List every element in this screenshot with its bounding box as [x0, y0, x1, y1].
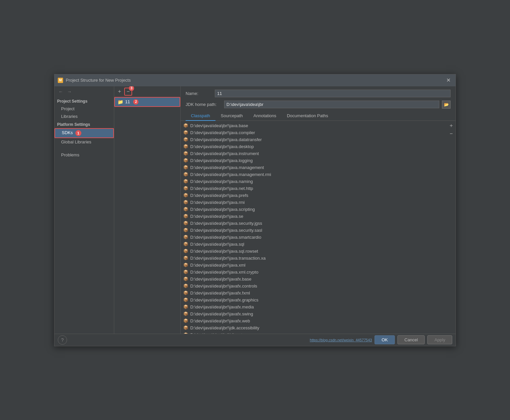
classpath-list-item[interactable]: 📦D:\dev\java\idea\jbr!\java.sql.rowset [181, 248, 447, 255]
classpath-list-item[interactable]: 📦D:\dev\java\idea\jbr!\java.net.http [181, 185, 447, 192]
jar-icon: 📦 [183, 270, 188, 274]
classpath-list-item[interactable]: 📦D:\dev\java\idea\jbr!\javafx.base [181, 276, 447, 283]
classpath-list-item[interactable]: 📦D:\dev\java\idea\jbr!\java.logging [181, 157, 447, 164]
jar-icon: 📦 [183, 221, 188, 225]
forward-button[interactable]: → [66, 88, 73, 95]
sidebar-item-project[interactable]: Project [54, 105, 114, 113]
bottom-bar: ? https://blog.csdn.net/weixin_44577543 … [54, 334, 456, 346]
name-row: Name: [181, 86, 456, 99]
jar-icon: 📦 [183, 256, 188, 260]
browse-icon: 📂 [444, 102, 449, 107]
tab-classpath[interactable]: Classpath [186, 111, 215, 121]
classpath-list-item[interactable]: 📦D:\dev\java\idea\jbr!\java.management.r… [181, 171, 447, 178]
tab-annotations[interactable]: Annotations [248, 111, 282, 121]
classpath-list-item[interactable]: 📦D:\dev\java\idea\jbr!\javafx.swing [181, 310, 447, 317]
sdk-item-label: 11 [125, 99, 130, 104]
jar-icon: 📦 [183, 123, 188, 128]
jar-icon: 📦 [183, 172, 188, 177]
jdk-row: JDK home path: 📂 [181, 99, 456, 111]
classpath-list-item[interactable]: 📦D:\dev\java\idea\jbr!\java.xml.crypto [181, 269, 447, 276]
classpath-list-item[interactable]: 📦D:\dev\java\idea\jbr!\javafx.controls [181, 283, 447, 290]
sidebar-item-problems[interactable]: Problems [54, 151, 114, 159]
back-button[interactable]: ← [57, 88, 64, 95]
jar-icon: 📦 [183, 137, 188, 142]
sidebar: ← → Project Settings Project Libraries P… [54, 86, 114, 334]
jar-icon: 📦 [183, 207, 188, 211]
classpath-remove-button[interactable]: − [448, 130, 455, 137]
jar-icon: 📦 [183, 144, 188, 149]
classpath-list-item[interactable]: 📦D:\dev\java\idea\jbr!\javafx.graphics [181, 296, 447, 303]
jdk-path-input[interactable] [224, 101, 439, 108]
jar-icon: 📦 [183, 200, 188, 205]
classpath-list-item[interactable]: 📦D:\dev\java\idea\jbr!\java.rmi [181, 199, 447, 206]
classpath-list-item[interactable]: 📦D:\dev\java\idea\jbr!\java.base [181, 122, 447, 129]
name-input[interactable] [215, 90, 451, 97]
add-icon: ＋ [117, 88, 122, 95]
classpath-list-item[interactable]: 📦D:\dev\java\idea\jbr!\java.compiler [181, 129, 447, 136]
jar-icon: 📦 [183, 151, 188, 156]
jar-icon: 📦 [183, 332, 188, 334]
classpath-list-item[interactable]: 📦D:\dev\java\idea\jbr!\java.prefs [181, 192, 447, 199]
classpath-list-item[interactable]: 📦D:\dev\java\idea\jbr!\java.security.sas… [181, 227, 447, 234]
classpath-list-item[interactable]: 📦D:\dev\java\idea\jbr!\jdk.accessibility [181, 324, 447, 331]
jar-icon: 📦 [183, 235, 188, 239]
help-button[interactable]: ? [58, 335, 67, 345]
platform-settings-header: Platform Settings [54, 120, 114, 128]
classpath-list-item[interactable]: 📦D:\dev\java\idea\jbr!\java.xml [181, 262, 447, 269]
ok-button[interactable]: OK [375, 335, 395, 344]
jar-icon: 📦 [183, 158, 188, 163]
close-button[interactable]: ✕ [444, 76, 452, 84]
classpath-list-item[interactable]: 📦D:\dev\java\idea\jbr!\java.transaction.… [181, 255, 447, 262]
sdk-item-badge: 2 [133, 99, 138, 105]
classpath-list-item[interactable]: 📦D:\dev\java\idea\jbr!\javafx.web [181, 317, 447, 324]
jar-icon: 📦 [183, 193, 188, 198]
sdks-badge: 1 [75, 130, 81, 136]
app-icon: M [58, 78, 63, 83]
jar-icon: 📦 [183, 277, 188, 281]
nav-arrows: ← → [54, 86, 114, 97]
add-sdk-button[interactable]: ＋ [116, 88, 124, 96]
jar-icon: 📦 [183, 249, 188, 253]
status-url[interactable]: https://blog.csdn.net/weixin_44577543 [310, 338, 372, 342]
jar-icon: 📦 [183, 263, 188, 267]
jar-icon: 📦 [183, 179, 188, 184]
main-content: Name: JDK home path: 📂 Classpath Sourcep… [181, 86, 456, 334]
sidebar-item-sdks[interactable]: SDKs 1 [54, 128, 114, 138]
classpath-list-item[interactable]: 📦D:\dev\java\idea\jbr!\javafx.fxml [181, 290, 447, 296]
question-icon: ? [61, 337, 64, 343]
classpath-list-item[interactable]: 📦D:\dev\java\idea\jbr!\java.datatransfer [181, 136, 447, 143]
sdk-item-11[interactable]: 📁 11 2 [114, 97, 180, 107]
tab-sourcepath[interactable]: Sourcepath [215, 111, 248, 121]
classpath-list-item[interactable]: 📦D:\dev\java\idea\jbr!\java.scripting [181, 206, 447, 213]
tab-documentation-paths[interactable]: Documentation Paths [282, 111, 333, 121]
classpath-list[interactable]: 📦D:\dev\java\idea\jbr!\java.base📦D:\dev\… [181, 121, 447, 334]
classpath-list-item[interactable]: 📦D:\dev\java\idea\jbr!\java.management [181, 164, 447, 171]
jdk-label: JDK home path: [186, 102, 221, 107]
classpath-list-item[interactable]: 📦D:\dev\java\idea\jbr!\java.instrument [181, 150, 447, 157]
sdk-list-panel: ＋ − 3 📁 11 2 [114, 86, 181, 334]
jar-icon: 📦 [183, 242, 188, 246]
classpath-add-button[interactable]: ＋ [448, 122, 455, 129]
classpath-list-item[interactable]: 📦D:\dev\java\idea\jbr!\java.sql [181, 241, 447, 248]
classpath-list-item[interactable]: 📦D:\dev\java\idea\jbr!\java.security.jgs… [181, 220, 447, 227]
jar-icon: 📦 [183, 214, 188, 218]
apply-button[interactable]: Apply [427, 335, 452, 344]
jdk-browse-button[interactable]: 📂 [442, 101, 451, 109]
jar-icon: 📦 [183, 297, 188, 302]
jar-icon: 📦 [183, 165, 188, 170]
sidebar-item-libraries[interactable]: Libraries [54, 113, 114, 120]
project-settings-header: Project Settings [54, 97, 114, 105]
classpath-list-item[interactable]: 📦D:\dev\java\idea\jbr!\java.se [181, 213, 447, 220]
name-label: Name: [186, 91, 212, 96]
classpath-list-item[interactable]: 📦D:\dev\java\idea\jbr!\java.naming [181, 178, 447, 185]
jar-icon: 📦 [183, 291, 188, 295]
jar-icon: 📦 [183, 228, 188, 232]
cancel-button[interactable]: Cancel [397, 335, 425, 344]
classpath-list-item[interactable]: 📦D:\dev\java\idea\jbr!\java.desktop [181, 143, 447, 150]
jar-icon: 📦 [183, 318, 188, 323]
sidebar-item-global-libraries[interactable]: Global Libraries [54, 138, 114, 146]
classpath-list-item[interactable]: 📦D:\dev\java\idea\jbr!\java.smartcardio [181, 234, 447, 241]
jar-icon: 📦 [183, 284, 188, 288]
classpath-list-item[interactable]: 📦D:\dev\java\idea\jbr!\javafx.media [181, 303, 447, 310]
classpath-list-item[interactable]: 📦D:\dev\java\idea\jbr!\jdk.aot [181, 331, 447, 334]
